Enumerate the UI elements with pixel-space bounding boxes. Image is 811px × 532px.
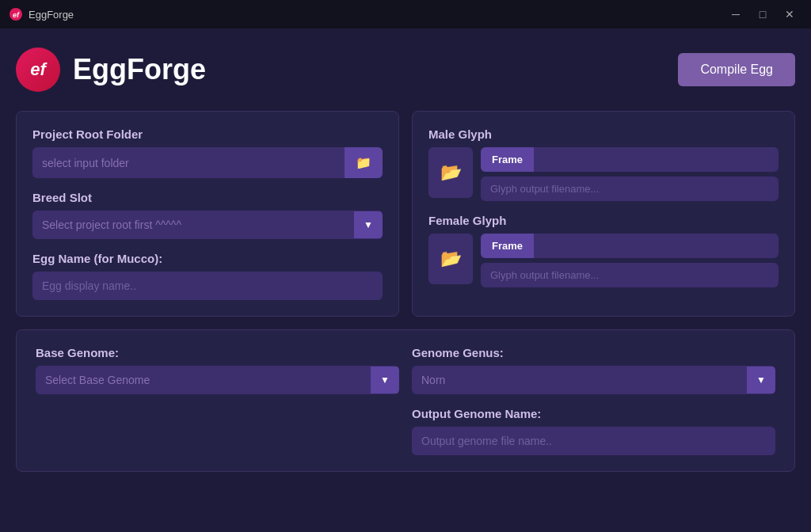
genus-select[interactable]: Norn (412, 366, 747, 394)
male-frame-input[interactable] (534, 147, 779, 172)
male-glyph-section: Male Glyph 📂 Frame (428, 127, 779, 201)
genome-card-row: Base Genome: Select Base Genome ▼ Genome… (36, 346, 775, 455)
male-frame-row: Frame (481, 147, 779, 172)
egg-name-input[interactable] (32, 272, 383, 300)
genome-card: Base Genome: Select Base Genome ▼ Genome… (16, 329, 795, 472)
compile-egg-button[interactable]: Compile Egg (678, 53, 795, 86)
base-genome-section: Base Genome: Select Base Genome ▼ (36, 346, 399, 455)
genus-select-row: Norn ▼ (412, 366, 775, 394)
female-glyph-row: 📂 Frame (428, 234, 779, 287)
male-glyph-inputs: Frame (481, 147, 779, 201)
close-button[interactable]: ✕ (778, 5, 801, 24)
folder-icon-male: 📂 (440, 162, 462, 183)
header: ef EggForge Compile Egg (16, 48, 795, 92)
titlebar-controls: ─ □ ✕ (724, 5, 801, 24)
base-genome-select-row: Select Base Genome ▼ (36, 366, 399, 394)
top-cards-row: Project Root Folder 📁 Breed Slot Select … (16, 111, 795, 317)
female-glyph-browse-button[interactable]: 📂 (428, 234, 473, 284)
genome-genus-section: Genome Genus: Norn ▼ Output Genome Name: (412, 346, 775, 455)
female-frame-label: Frame (481, 234, 534, 258)
male-glyph-row: 📂 Frame (428, 147, 779, 201)
female-frame-row: Frame (481, 234, 779, 258)
root-folder-input-row: 📁 (32, 147, 383, 178)
maximize-button[interactable]: □ (751, 5, 775, 24)
minimize-button[interactable]: ─ (724, 5, 748, 24)
female-glyph-inputs: Frame (481, 234, 779, 287)
breed-slot-label: Breed Slot (32, 191, 383, 204)
root-folder-label: Project Root Folder (32, 127, 383, 141)
female-glyph-label: Female Glyph (428, 214, 779, 227)
titlebar-left: ef EggForge (10, 8, 74, 21)
main-content: ef EggForge Compile Egg Project Root Fol… (0, 28, 811, 532)
base-genome-chevron-icon: ▼ (371, 367, 399, 393)
app-logo: ef (16, 48, 60, 92)
root-folder-browse-button[interactable]: 📁 (345, 147, 383, 178)
logo-area: ef EggForge (16, 48, 206, 92)
output-genome-label: Output Genome Name: (412, 407, 775, 420)
male-glyph-browse-button[interactable]: 📂 (428, 147, 473, 198)
app-icon: ef (10, 8, 22, 21)
breed-slot-select[interactable]: Select project root first ^^^^^ (32, 211, 354, 239)
female-glyph-filename-input[interactable] (481, 263, 779, 287)
genome-genus-label: Genome Genus: (412, 346, 775, 359)
glyph-card: Male Glyph 📂 Frame Female G (412, 111, 795, 317)
female-glyph-section: Female Glyph 📂 Frame (428, 214, 779, 287)
egg-name-label: Egg Name (for Mucco): (32, 252, 383, 265)
male-glyph-filename-input[interactable] (481, 177, 779, 201)
base-genome-select[interactable]: Select Base Genome (36, 366, 371, 394)
titlebar: ef EggForge ─ □ ✕ (0, 0, 811, 28)
genus-chevron-icon: ▼ (747, 367, 775, 393)
svg-text:ef: ef (13, 11, 20, 19)
output-genome-input[interactable] (412, 427, 775, 455)
logo-text: ef (30, 59, 46, 80)
titlebar-title: EggForge (29, 9, 74, 21)
female-frame-input[interactable] (534, 234, 779, 258)
root-folder-input[interactable] (32, 149, 345, 177)
male-frame-label: Frame (481, 147, 534, 172)
male-glyph-label: Male Glyph (428, 127, 779, 141)
folder-icon-female: 📂 (440, 249, 462, 269)
breed-slot-chevron-icon: ▼ (354, 211, 383, 238)
base-genome-label: Base Genome: (36, 346, 399, 359)
app-title: EggForge (73, 53, 206, 86)
project-card: Project Root Folder 📁 Breed Slot Select … (16, 111, 399, 317)
folder-open-icon: 📁 (356, 155, 371, 170)
breed-slot-select-row: Select project root first ^^^^^ ▼ (32, 211, 383, 239)
